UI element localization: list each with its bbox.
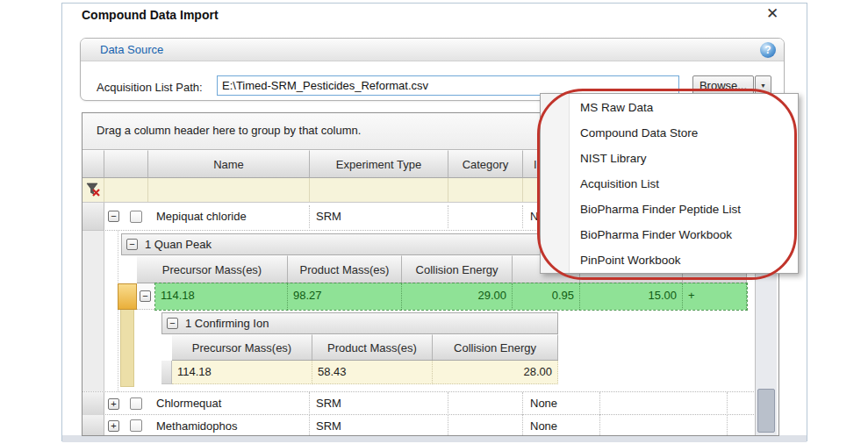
detail-left-rail	[82, 231, 104, 391]
row-expander-expand[interactable]: +	[108, 420, 119, 432]
cell-col4[interactable]: None	[523, 392, 600, 415]
cell-5[interactable]	[600, 392, 728, 415]
filter-icon-cell[interactable]	[82, 178, 104, 202]
groupbox-header-band: Data Source ?	[81, 39, 784, 61]
quan-cell-collision[interactable]: 29.00	[402, 283, 513, 310]
table-row: + Methamidophos SRM None	[82, 415, 754, 436]
cell-5[interactable]	[600, 415, 728, 436]
row-checkbox[interactable]	[130, 211, 142, 223]
cell-name[interactable]: Chlormequat	[148, 392, 310, 415]
cell-name[interactable]: Methamidophos	[148, 415, 310, 436]
quan-peak-collapse[interactable]: −	[126, 239, 138, 250]
header-indicator	[82, 150, 104, 178]
menu-item-nist-library[interactable]: NIST Library	[541, 146, 798, 171]
menu-item-acquisition-list[interactable]: Acquisition List	[541, 171, 798, 197]
dialog-bottom-strip	[62, 435, 807, 442]
quan-cell-extra-2[interactable]: 15.00	[580, 283, 683, 310]
menu-item-biopharma-finder-peptide-list[interactable]: BioPharma Finder Peptide List	[541, 197, 798, 222]
confirming-ion-band: − 1 Confirming Ion	[161, 312, 558, 334]
column-header-name[interactable]: Name	[148, 150, 310, 178]
confirming-ion-band-label: 1 Confirming Ion	[185, 317, 269, 330]
cell-category[interactable]	[448, 415, 523, 436]
column-header-experiment-type[interactable]: Experiment Type	[310, 150, 448, 178]
quan-header-precursor[interactable]: Precursor Mass(es)	[137, 255, 288, 283]
data-source-groupbox: Data Source ? Acquisition List Path: Bro…	[80, 38, 785, 101]
confirming-cell-precursor[interactable]: 114.18	[172, 361, 312, 384]
cell-6[interactable]	[728, 392, 754, 415]
indent-guide	[118, 231, 118, 391]
cell-col4[interactable]: None	[523, 415, 600, 436]
group-by-hint: Drag a column header here to group by th…	[97, 124, 361, 137]
quan-row-indicator	[118, 283, 137, 310]
quan-cell-product[interactable]: 98.27	[288, 283, 402, 310]
quan-peak-band: − 1 Quan Peak	[121, 233, 558, 255]
header-expander-checkbox	[104, 150, 148, 178]
confirming-row-indicator	[161, 361, 172, 384]
quan-header-product[interactable]: Product Mass(es)	[288, 255, 402, 283]
filter-cell-category[interactable]	[448, 178, 523, 202]
row-expander-expand[interactable]: +	[108, 398, 119, 410]
menu-item-biopharma-finder-workbook[interactable]: BioPharma Finder Workbook	[541, 222, 798, 247]
confirming-cell-product[interactable]: 58.43	[312, 361, 433, 384]
dialog-title: Compound Data Import	[82, 6, 219, 24]
filter-cell[interactable]	[104, 178, 148, 202]
quan-row: 114.18 98.27 29.00 0.95 15.00 +	[155, 283, 747, 310]
quan-row-expander-cell: −	[137, 283, 155, 310]
row-checkbox[interactable]	[130, 419, 142, 432]
confirming-ion-collapse[interactable]: −	[167, 318, 178, 329]
cell-category[interactable]	[448, 205, 523, 228]
cell-experiment-type[interactable]: SRM	[310, 415, 448, 436]
cell-experiment-type[interactable]: SRM	[310, 392, 448, 415]
help-icon[interactable]: ?	[760, 42, 776, 58]
row-expander-collapse[interactable]: −	[108, 211, 119, 222]
quan-cell-extra-1[interactable]: 0.95	[513, 283, 580, 310]
confirming-cell-collision[interactable]: 28.00	[433, 361, 558, 384]
screenshot-root: Compound Data Import ✕ Data Source ? Acq…	[0, 0, 868, 444]
row-indicator	[82, 415, 104, 436]
acquisition-list-path-label: Acquisition List Path:	[97, 81, 203, 94]
cell-experiment-type[interactable]: SRM	[310, 205, 448, 228]
cell-name[interactable]: Mepiquat chloride	[148, 205, 310, 228]
menu-item-pinpoint-workbook[interactable]: PinPoint Workbook	[541, 247, 798, 273]
row-indicator	[82, 203, 104, 231]
confirming-header-collision[interactable]: Collision Energy	[433, 334, 558, 361]
quan-cell-polarity[interactable]: +	[683, 283, 747, 310]
column-header-category[interactable]: Category	[448, 150, 523, 178]
row-indicator	[82, 392, 104, 416]
table-row: + Chlormequat SRM None	[82, 391, 754, 415]
quan-peak-band-label: 1 Quan Peak	[145, 238, 212, 251]
quan-row-collapse[interactable]: −	[140, 290, 151, 302]
confirming-header-precursor[interactable]: Precursor Mass(es)	[172, 334, 312, 361]
quan-header-collision[interactable]: Collision Energy	[402, 255, 513, 283]
menu-item-compound-data-store[interactable]: Compound Data Store	[541, 120, 798, 146]
filter-cell-type[interactable]	[310, 178, 448, 202]
cell-category[interactable]	[448, 392, 523, 415]
scrollbar-thumb[interactable]	[757, 389, 775, 433]
confirming-header-product[interactable]: Product Mass(es)	[312, 334, 433, 361]
quan-cell-precursor[interactable]: 114.18	[155, 283, 288, 310]
close-icon[interactable]: ✕	[761, 4, 784, 25]
data-source-dropdown-menu: MS Raw Data Compound Data Store NIST Lib…	[540, 93, 799, 274]
filter-icon	[85, 182, 101, 197]
filter-cell-name[interactable]	[148, 178, 310, 202]
menu-item-ms-raw-data[interactable]: MS Raw Data	[541, 95, 798, 120]
groupbox-title: Data Source	[100, 43, 163, 56]
cell-6[interactable]	[728, 415, 754, 436]
row-checkbox[interactable]	[130, 397, 142, 410]
